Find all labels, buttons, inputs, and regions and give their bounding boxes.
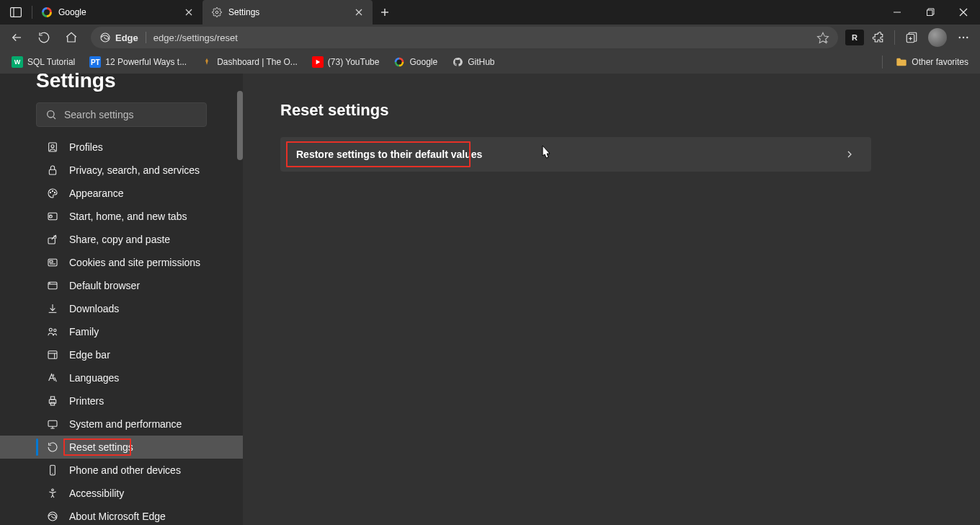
sidebar-item-label: Start, home, and new tabs — [69, 211, 187, 222]
toolbar-right: R — [845, 27, 976, 48]
sidebar-item-label: Reset settings — [69, 441, 133, 453]
sidebar-item-label: Default browser — [69, 280, 140, 291]
extensions-button[interactable] — [865, 27, 890, 48]
site-identity[interactable]: Edge — [99, 32, 138, 43]
other-favorites-button[interactable]: Other favorites — [890, 53, 974, 71]
ellipsis-icon — [957, 31, 970, 44]
search-input[interactable]: Search settings — [36, 102, 207, 127]
sidebar-item-label: Cookies and site permissions — [69, 257, 200, 268]
favorite-12-powerful-ways[interactable]: PT 12 Powerful Ways t... — [84, 53, 192, 71]
sidebar-item-label: Appearance — [69, 188, 124, 199]
power-icon — [46, 210, 59, 223]
accessibility-icon — [46, 487, 59, 500]
tab-actions-button[interactable] — [0, 0, 32, 25]
close-window-button[interactable] — [947, 0, 980, 25]
svg-point-30 — [50, 192, 50, 193]
tab-settings[interactable]: Settings — [202, 0, 373, 25]
svg-point-28 — [51, 145, 54, 148]
google-favicon-icon — [41, 6, 53, 18]
share-icon — [46, 233, 59, 246]
home-icon — [65, 31, 78, 44]
close-icon[interactable] — [352, 6, 365, 19]
browser-toolbar: Edge edge://settings/reset R — [0, 25, 980, 50]
close-icon[interactable] — [182, 6, 195, 19]
gear-icon — [211, 6, 223, 18]
sidebar-item-start-home[interactable]: Start, home, and new tabs — [0, 205, 243, 228]
sidebar-item-label: Edge bar — [69, 349, 110, 361]
sidebar-item-profiles[interactable]: Profiles — [0, 136, 243, 159]
settings-title: Settings — [0, 71, 243, 95]
sidebar-item-about[interactable]: About Microsoft Edge — [0, 505, 243, 525]
favorite-label: SQL Tutorial — [27, 57, 75, 67]
sidebar-item-reset-settings[interactable]: Reset settings — [0, 436, 243, 459]
svg-point-46 — [54, 329, 56, 331]
plus-icon — [380, 8, 389, 17]
sidebar-scrollbar[interactable] — [237, 91, 243, 519]
collections-button[interactable] — [899, 27, 924, 48]
sidebar-item-label: Downloads — [69, 303, 119, 314]
scroll-thumb[interactable] — [237, 91, 243, 160]
maximize-button[interactable] — [914, 0, 947, 25]
svg-point-4 — [215, 11, 218, 14]
refresh-button[interactable] — [32, 27, 56, 48]
family-icon — [46, 325, 59, 338]
svg-point-31 — [52, 190, 53, 191]
svg-point-21 — [959, 37, 961, 38]
sidebar-item-edge-bar[interactable]: Edge bar — [0, 343, 243, 366]
svg-point-25 — [48, 111, 54, 118]
back-button[interactable] — [4, 27, 29, 48]
window-controls — [881, 0, 980, 25]
svg-point-22 — [963, 37, 964, 38]
sidebar-item-system[interactable]: System and performance — [0, 412, 243, 436]
maximize-icon — [926, 8, 935, 17]
sidebar-item-cookies[interactable]: Cookies and site permissions — [0, 251, 243, 274]
puzzle-icon — [871, 31, 884, 44]
page-title: Reset settings — [280, 101, 937, 120]
search-placeholder: Search settings — [64, 109, 134, 120]
favorite-label: Google — [409, 57, 437, 67]
cookie-icon — [46, 256, 59, 269]
restore-defaults-button[interactable]: Restore settings to their default values — [280, 137, 871, 172]
favorite-google[interactable]: Google — [388, 53, 443, 71]
more-button[interactable] — [951, 27, 976, 48]
settings-main: Reset settings Restore settings to their… — [243, 74, 980, 525]
refresh-icon — [37, 31, 50, 44]
edgebar-icon — [46, 348, 59, 361]
sidebar-item-printers[interactable]: Printers — [0, 389, 243, 412]
home-button[interactable] — [59, 27, 84, 48]
favorite-youtube[interactable]: (73) YouTube — [306, 53, 386, 71]
favorite-sql-tutorial[interactable]: W SQL Tutorial — [6, 53, 81, 71]
w3-icon: W — [12, 56, 23, 68]
sidebar-item-languages[interactable]: Languages — [0, 366, 243, 389]
sidebar-item-appearance[interactable]: Appearance — [0, 182, 243, 205]
favorite-github[interactable]: GitHub — [446, 53, 500, 71]
sidebar-item-default-browser[interactable]: Default browser — [0, 274, 243, 297]
address-bar[interactable]: Edge edge://settings/reset — [91, 27, 838, 48]
site-identity-label: Edge — [115, 32, 138, 43]
sidebar-item-privacy[interactable]: Privacy, search, and services — [0, 159, 243, 182]
sidebar-item-phone[interactable]: Phone and other devices — [0, 459, 243, 482]
printer-icon — [46, 394, 59, 407]
sidebar-item-downloads[interactable]: Downloads — [0, 297, 243, 320]
favorite-dashboard[interactable]: Dashboard | The O... — [195, 53, 303, 71]
arrow-left-icon — [10, 31, 23, 44]
svg-point-32 — [54, 192, 55, 193]
svg-point-23 — [966, 37, 968, 38]
tab-google[interactable]: Google — [32, 0, 202, 25]
profile-button[interactable] — [925, 27, 950, 48]
lock-icon — [46, 164, 59, 177]
sidebar-item-label: Accessibility — [69, 488, 124, 499]
divider — [894, 30, 895, 45]
divider — [882, 56, 883, 69]
favorite-label: (73) YouTube — [328, 57, 380, 67]
sidebar-item-accessibility[interactable]: Accessibility — [0, 482, 243, 505]
avatar-icon — [928, 28, 947, 47]
new-tab-button[interactable] — [373, 0, 397, 25]
settings-sidebar: Settings Search settings Profiles Privac… — [0, 74, 243, 525]
minimize-button[interactable] — [881, 0, 914, 25]
sidebar-item-family[interactable]: Family — [0, 320, 243, 343]
favorite-button[interactable] — [816, 31, 829, 44]
sidebar-item-share[interactable]: Share, copy and paste — [0, 228, 243, 251]
extension-badge[interactable]: R — [845, 30, 864, 45]
svg-line-26 — [53, 117, 55, 119]
